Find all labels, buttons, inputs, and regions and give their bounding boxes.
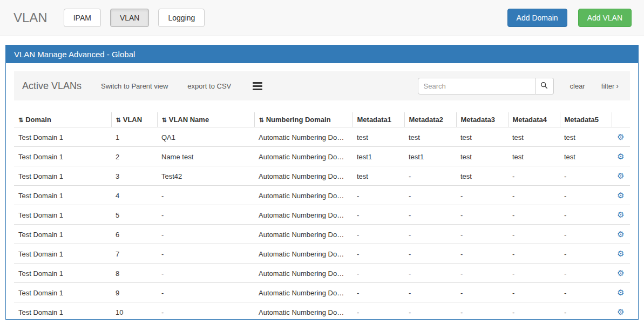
table-cell: - (456, 186, 508, 205)
table-cell: - (456, 205, 508, 225)
table-cell: - (404, 225, 456, 244)
filter-link[interactable]: filter› (601, 82, 619, 90)
vlan-table: ⇅Domain⇅VLAN⇅VLAN Name⇅Numbering DomainM… (14, 112, 630, 320)
menu-icon[interactable] (253, 80, 262, 92)
row-actions-cell: ⚙ (612, 283, 630, 302)
search-input[interactable] (418, 78, 535, 94)
table-cell: - (508, 244, 560, 264)
export-csv-link[interactable]: export to CSV (187, 82, 231, 90)
table-cell: - (404, 283, 456, 302)
tab-logging[interactable]: Logging (158, 9, 205, 27)
table-cell: - (560, 302, 612, 320)
gear-icon[interactable]: ⚙ (617, 152, 624, 161)
table-cell: 7 (111, 244, 157, 264)
add-domain-button[interactable]: Add Domain (507, 9, 567, 27)
panel-title: VLAN Manage Advanced - Global (6, 45, 638, 63)
table-cell: - (352, 302, 404, 320)
sort-icon: ⇅ (162, 117, 167, 123)
table-cell: - (404, 166, 456, 186)
gear-icon[interactable]: ⚙ (617, 191, 624, 200)
sort-icon: ⇅ (116, 117, 121, 123)
gear-icon[interactable]: ⚙ (617, 268, 624, 278)
gear-icon[interactable]: ⚙ (617, 288, 624, 297)
clear-link[interactable]: clear (570, 82, 585, 90)
table-cell: - (456, 225, 508, 244)
tab-vlan[interactable]: VLAN (110, 9, 150, 27)
table-cell: test (456, 147, 508, 166)
table-cell: Automatic Numbering Doma... (254, 264, 352, 283)
table-cell: 5 (111, 205, 157, 225)
table-cell: Test42 (157, 166, 254, 186)
column-header-vlan[interactable]: ⇅VLAN (111, 112, 157, 127)
table-row: Test Domain 110-Automatic Numbering Doma… (14, 302, 630, 320)
table-cell: 4 (111, 186, 157, 205)
switch-parent-view-link[interactable]: Switch to Parent view (101, 82, 168, 90)
row-actions-cell: ⚙ (612, 244, 630, 264)
gear-icon[interactable]: ⚙ (617, 230, 624, 239)
table-cell: - (456, 283, 508, 302)
table-row: Test Domain 14-Automatic Numbering Doma.… (14, 186, 630, 205)
table-cell: - (508, 225, 560, 244)
table-row: Test Domain 18-Automatic Numbering Doma.… (14, 264, 630, 283)
table-cell: - (508, 283, 560, 302)
table-cell: - (404, 244, 456, 264)
table-cell: - (560, 205, 612, 225)
gear-icon[interactable]: ⚙ (617, 210, 624, 219)
table-cell: - (404, 302, 456, 320)
top-navbar: VLAN IPAM VLAN Logging Add Domain Add VL… (0, 0, 644, 36)
table-cell: 3 (111, 166, 157, 186)
column-header-metadata1: Metadata1 (352, 112, 404, 127)
column-header-domain[interactable]: ⇅Domain (14, 112, 111, 127)
table-cell: Test Domain 1 (14, 127, 111, 147)
column-header-metadata4: Metadata4 (508, 112, 560, 127)
table-cell: - (404, 264, 456, 283)
table-cell: - (352, 264, 404, 283)
table-row: Test Domain 15-Automatic Numbering Doma.… (14, 205, 630, 225)
search-button[interactable] (535, 78, 554, 94)
row-actions-cell: ⚙ (612, 186, 630, 205)
table-cell: - (560, 225, 612, 244)
table-cell: test (456, 127, 508, 147)
column-header-numbering-domain[interactable]: ⇅Numbering Domain (254, 112, 352, 127)
tab-ipam[interactable]: IPAM (64, 9, 101, 27)
gear-icon[interactable]: ⚙ (617, 132, 624, 141)
table-cell: test (508, 127, 560, 147)
search-group (418, 78, 554, 94)
column-header-vlan-name[interactable]: ⇅VLAN Name (157, 112, 254, 127)
table-cell: Automatic Numbering Doma... (254, 127, 352, 147)
table-cell: test (508, 147, 560, 166)
table-cell: - (560, 244, 612, 264)
table-cell: - (456, 244, 508, 264)
table-cell: Automatic Numbering Doma... (254, 283, 352, 302)
table-cell: - (508, 302, 560, 320)
table-row: Test Domain 12Name testAutomatic Numberi… (14, 147, 630, 166)
table-cell: test (404, 127, 456, 147)
table-cell: 1 (111, 127, 157, 147)
gear-icon[interactable]: ⚙ (617, 249, 624, 258)
table-cell: - (404, 205, 456, 225)
table-cell: Test Domain 1 (14, 205, 111, 225)
table-cell: Test Domain 1 (14, 225, 111, 244)
table-cell: test1 (404, 147, 456, 166)
table-cell: 6 (111, 225, 157, 244)
table-cell: - (456, 302, 508, 320)
gear-icon[interactable]: ⚙ (617, 171, 624, 180)
table-row: Test Domain 11QA1Automatic Numbering Dom… (14, 127, 630, 147)
table-cell: test (352, 127, 404, 147)
row-actions-cell: ⚙ (612, 127, 630, 147)
table-cell: 2 (111, 147, 157, 166)
table-cell: - (404, 186, 456, 205)
vlan-panel: VLAN Manage Advanced - Global Active VLA… (5, 45, 639, 320)
table-cell: - (157, 302, 254, 320)
table-cell: Test Domain 1 (14, 302, 111, 320)
table-cell: - (560, 166, 612, 186)
table-cell: - (157, 264, 254, 283)
add-vlan-button[interactable]: Add VLAN (578, 9, 632, 27)
chevron-right-icon: › (616, 82, 619, 90)
table-cell: test (560, 147, 612, 166)
table-cell: - (157, 244, 254, 264)
table-cell: - (560, 264, 612, 283)
gear-icon[interactable]: ⚙ (617, 307, 624, 316)
column-header-metadata5: Metadata5 (560, 112, 612, 127)
row-actions-cell: ⚙ (612, 147, 630, 166)
